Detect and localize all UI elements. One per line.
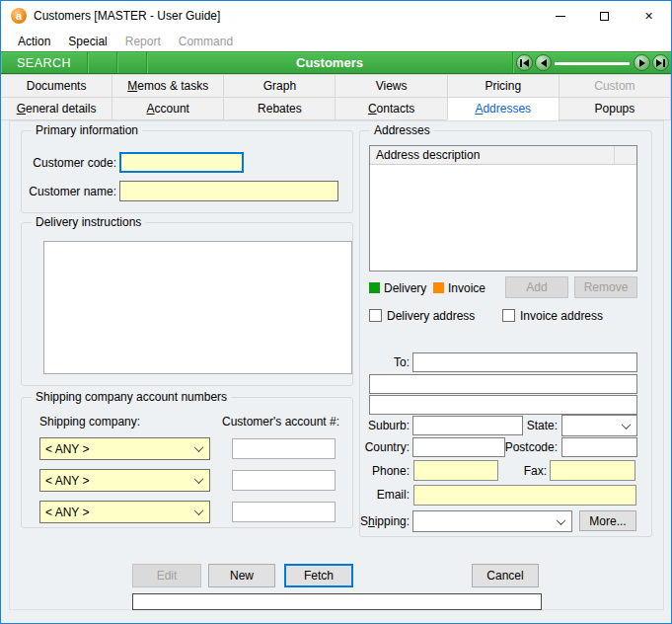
- nav-next-button[interactable]: [634, 54, 650, 71]
- chevron-down-icon: [194, 506, 204, 515]
- title-bar: a Customers [MASTER - User Guide] ×: [1, 1, 671, 31]
- minimize-button[interactable]: [538, 1, 582, 31]
- tab-pricing[interactable]: Pricing: [447, 74, 560, 98]
- fax-input[interactable]: [550, 460, 635, 481]
- app-icon: a: [11, 8, 27, 24]
- nav-previous-button[interactable]: [535, 54, 552, 71]
- email-input[interactable]: [413, 485, 636, 506]
- customer-name-label: Customer name:: [22, 185, 116, 198]
- address-line3-input[interactable]: [369, 395, 637, 415]
- suburb-label: Suburb:: [360, 419, 410, 432]
- add-address-button: Add: [505, 276, 568, 298]
- menu-bar: Action Special Report Command: [1, 31, 671, 51]
- delivery-color-swatch: [369, 282, 380, 293]
- customer-name-input[interactable]: [119, 181, 338, 201]
- phone-label: Phone:: [360, 464, 410, 478]
- chevron-down-icon: [194, 442, 204, 452]
- menu-action[interactable]: Action: [9, 33, 59, 50]
- close-button[interactable]: ×: [627, 1, 671, 31]
- customer-account-input-3[interactable]: [232, 502, 336, 522]
- chevron-down-icon: [194, 474, 204, 484]
- delivery-instructions-textarea[interactable]: [43, 241, 352, 374]
- nav-last-button[interactable]: [652, 54, 669, 71]
- delivery-address-checkbox-label: Delivery address: [387, 309, 475, 323]
- postcode-label: Postcode:: [498, 440, 558, 454]
- country-label: Country:: [360, 440, 410, 454]
- toolbar-segment-2: [117, 52, 147, 73]
- tab-contacts[interactable]: Contacts: [335, 97, 447, 120]
- customers-account-column-label: Customer's account #:: [222, 415, 339, 429]
- tab-documents[interactable]: Documents: [0, 74, 112, 98]
- fetch-button[interactable]: Fetch: [284, 564, 353, 587]
- menu-command: Command: [170, 33, 242, 50]
- address-line2-input[interactable]: [369, 374, 637, 394]
- shipping-company-select-1[interactable]: < ANY >: [39, 437, 210, 460]
- maximize-button[interactable]: [582, 1, 627, 31]
- state-select[interactable]: [561, 415, 637, 436]
- tab-rebates[interactable]: Rebates: [223, 97, 336, 120]
- shipping-company-select-2[interactable]: < ANY >: [39, 469, 210, 492]
- minimize-icon: [556, 16, 565, 17]
- tab-custom: Custom: [559, 74, 671, 98]
- chevron-down-icon: [557, 515, 566, 525]
- invoice-address-checkbox-label: Invoice address: [520, 309, 603, 323]
- address-list[interactable]: Address description: [369, 145, 637, 272]
- invoice-address-checkbox[interactable]: [502, 309, 515, 322]
- nav-last-icon: [656, 59, 662, 67]
- menu-special[interactable]: Special: [59, 33, 115, 50]
- addresses-legend: Addresses: [370, 123, 434, 137]
- tab-account[interactable]: Account: [112, 97, 224, 120]
- invoice-color-swatch: [433, 282, 444, 293]
- edit-button: Edit: [132, 564, 201, 587]
- customer-code-label: Customer code:: [22, 156, 116, 170]
- nav-first-icon: [520, 59, 522, 67]
- postcode-input[interactable]: [561, 437, 637, 457]
- more-button[interactable]: More...: [579, 510, 636, 531]
- shipping-company-select-3[interactable]: < ANY >: [39, 501, 210, 523]
- shipping-method-select[interactable]: [412, 510, 572, 532]
- tab-addresses[interactable]: Addresses: [447, 97, 560, 120]
- shipping-company-value-1: < ANY >: [45, 442, 89, 456]
- maximize-icon: [600, 12, 609, 21]
- tab-views[interactable]: Views: [335, 74, 447, 98]
- shipping-company-column-label: Shipping company:: [39, 415, 140, 429]
- delivery-instructions-legend: Delivery instructions: [32, 215, 145, 229]
- email-label: Email:: [360, 488, 410, 502]
- toolbar-segment-1: [88, 52, 117, 73]
- customer-account-input-1[interactable]: [232, 438, 336, 459]
- country-input[interactable]: [412, 437, 505, 457]
- customer-account-input-2[interactable]: [232, 470, 336, 491]
- address-description-column-header[interactable]: Address description: [370, 146, 615, 164]
- status-bar: [132, 593, 542, 610]
- delivery-instructions-group: Delivery instructions: [21, 222, 353, 386]
- tab-strip: Documents Memos & tasks Graph Views Pric…: [1, 75, 671, 120]
- shipping-company-value-3: < ANY >: [45, 506, 89, 519]
- invoice-legend-label: Invoice: [448, 281, 485, 295]
- nav-next-icon: [639, 59, 645, 67]
- tab-general-details[interactable]: General details: [0, 97, 112, 120]
- search-button[interactable]: SEARCH: [1, 52, 88, 73]
- window-title: Customers [MASTER - User Guide]: [34, 9, 220, 23]
- tab-graph[interactable]: Graph: [223, 74, 336, 98]
- tab-memos-tasks[interactable]: Memos & tasks: [112, 74, 224, 98]
- address-extra-column-header[interactable]: [615, 146, 636, 164]
- shipping-label: Shipping:: [360, 514, 410, 528]
- state-label: State:: [498, 419, 558, 432]
- to-input[interactable]: [412, 352, 637, 372]
- customer-code-input[interactable]: [119, 152, 244, 173]
- tab-popups[interactable]: Popups: [559, 97, 671, 120]
- new-button[interactable]: New: [208, 564, 275, 587]
- close-icon: ×: [644, 9, 652, 23]
- to-label: To:: [360, 355, 410, 369]
- phone-input[interactable]: [413, 460, 498, 481]
- shipping-company-value-2: < ANY >: [45, 474, 89, 488]
- address-list-header: Address description: [370, 146, 636, 165]
- record-position-indicator: [555, 62, 630, 65]
- nav-first-button[interactable]: [516, 54, 533, 71]
- menu-report: Report: [116, 33, 170, 50]
- customers-window: a Customers [MASTER - User Guide] × Acti…: [0, 0, 672, 624]
- delivery-address-checkbox[interactable]: [369, 309, 382, 322]
- cancel-button[interactable]: Cancel: [472, 564, 539, 587]
- record-title: Customers: [147, 52, 513, 73]
- shipping-accounts-group: Shipping company account numbers Shippin…: [21, 397, 353, 528]
